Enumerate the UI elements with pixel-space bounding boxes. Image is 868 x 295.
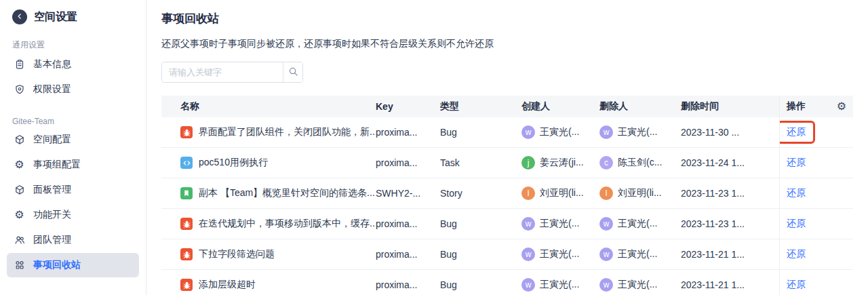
deleter: c 陈玉剑(c...	[599, 156, 681, 170]
gear-icon: ⚙︎	[837, 101, 846, 112]
clipboard-icon	[14, 59, 25, 71]
item-key: proxima...	[376, 218, 440, 229]
deleter-name: 王寅光(...	[618, 126, 657, 138]
creator-avatar: l	[521, 186, 535, 200]
bookmark-icon	[180, 187, 193, 199]
restore-button[interactable]: 还原	[787, 248, 806, 260]
creator: j 姜云涛(ji...	[521, 156, 599, 170]
table-row: 添加层级超时 proxima... Bug w 王寅光(... w 王寅光(..…	[161, 270, 853, 295]
sidebar-item-label: 面板管理	[33, 184, 71, 196]
sidebar-section-label: 通用设置	[7, 39, 139, 51]
sidebar-section: Gitee-Team 空间配置 ⚙︎ 事项组配置 面板管理 ⚙︎ 功能开关 团队…	[7, 117, 139, 277]
creator-avatar: w	[521, 217, 535, 231]
sidebar-item-事项组配置[interactable]: ⚙︎ 事项组配置	[7, 153, 139, 177]
creator: l 刘亚明(li...	[521, 186, 599, 200]
sidebar-section-label: Gitee-Team	[7, 117, 139, 126]
cube-icon	[14, 184, 25, 196]
recycle-bin-table: 名称 Key 类型 创建人 删除人 删除时间 操作 ⚙︎ 界面配置了团队组件，关…	[161, 96, 853, 295]
sidebar-item-label: 事项回收站	[33, 259, 81, 271]
deleter-avatar: w	[599, 248, 613, 261]
item-key: proxima...	[376, 249, 440, 260]
sidebar-item-事项回收站[interactable]: 事项回收站	[7, 253, 139, 277]
item-name[interactable]: 副本 【Team】概览里针对空间的筛选条...	[199, 187, 375, 199]
table-settings-button[interactable]: ⚙︎	[830, 101, 853, 112]
team-icon	[14, 235, 25, 246]
deleter: w 王寅光(...	[599, 248, 681, 261]
item-type: Bug	[440, 127, 521, 138]
table-row: 界面配置了团队组件，关闭团队功能，新... proxima... Bug w 王…	[161, 117, 853, 148]
item-name[interactable]: 在迭代规划中，事项移动到版本中，缓存...	[199, 218, 376, 230]
creator-name: 姜云涛(ji...	[540, 157, 584, 169]
bug-icon	[180, 218, 193, 230]
column-header-deleter: 删除人	[599, 100, 681, 113]
sidebar-header: 空间设置	[7, 9, 139, 24]
deleted-at: 2023-11-23 1...	[681, 218, 779, 229]
bug-icon	[180, 248, 193, 260]
deleted-at: 2023-11-21 1...	[681, 249, 779, 260]
sidebar-item-label: 功能开关	[33, 209, 71, 221]
column-header-name: 名称	[161, 100, 376, 113]
deleter-name: 刘亚明(li...	[618, 187, 662, 199]
sidebar-item-label: 空间配置	[33, 134, 71, 146]
shield-icon	[14, 84, 25, 96]
deleted-at: 2023-11-21 1...	[681, 279, 779, 290]
table-row: poc510用例执行 proxima... Task j 姜云涛(ji... c…	[161, 148, 853, 178]
keyword-search	[161, 62, 303, 83]
creator-avatar: w	[521, 278, 535, 292]
sidebar-item-基本信息[interactable]: 基本信息	[7, 52, 139, 77]
page-description: 还原父事项时子事项同步被还原，还原事项时如果不符合层级关系则不允许还原	[161, 38, 853, 50]
sidebar-item-label: 事项组配置	[33, 159, 81, 171]
item-key: SWHY2-...	[376, 188, 440, 199]
column-header-action: 操作	[779, 96, 830, 117]
back-button[interactable]	[12, 9, 27, 24]
item-name[interactable]: 界面配置了团队组件，关闭团队功能，新...	[199, 126, 376, 138]
recycle-bin-page: 事项回收站 还原父事项时子事项同步被还原，还原事项时如果不符合层级关系则不允许还…	[146, 0, 868, 295]
creator: w 王寅光(...	[521, 125, 599, 139]
deleter-name: 王寅光(...	[618, 248, 657, 260]
deleter-name: 王寅光(...	[618, 279, 657, 291]
sidebar-title: 空间设置	[34, 10, 77, 24]
deleter-avatar: w	[599, 217, 613, 231]
app-window: 空间设置 通用设置 基本信息 权限设置 Gitee-Team 空间配置 ⚙︎ 事…	[0, 0, 868, 295]
cube-icon	[14, 134, 25, 146]
search-input[interactable]	[162, 62, 283, 82]
creator-avatar: w	[521, 248, 535, 261]
sidebar-item-功能开关[interactable]: ⚙︎ 功能开关	[7, 203, 139, 227]
table-row: 下拉字段筛选问题 proxima... Bug w 王寅光(... w 王寅光(…	[161, 239, 853, 270]
gear-icon: ⚙︎	[14, 210, 25, 221]
item-type: Story	[440, 188, 521, 199]
sidebar-item-面板管理[interactable]: 面板管理	[7, 178, 139, 202]
restore-button[interactable]: 还原	[787, 279, 806, 291]
item-name[interactable]: 下拉字段筛选问题	[199, 248, 275, 260]
item-key: proxima...	[376, 279, 440, 290]
item-name[interactable]: 添加层级超时	[199, 279, 256, 291]
deleter: w 王寅光(...	[599, 217, 681, 231]
sidebar-item-label: 团队管理	[33, 234, 71, 246]
sidebar-item-团队管理[interactable]: 团队管理	[7, 228, 139, 252]
deleter-avatar: w	[599, 278, 613, 292]
deleter-avatar: w	[599, 125, 613, 139]
restore-button[interactable]: 还原	[779, 121, 815, 144]
restore-button[interactable]: 还原	[787, 187, 806, 199]
item-type: Bug	[440, 249, 521, 260]
search-icon	[288, 66, 298, 79]
deleter-avatar: c	[599, 156, 613, 170]
sidebar-item-label: 权限设置	[33, 83, 71, 96]
creator-avatar: w	[521, 125, 535, 139]
column-header-key: Key	[376, 101, 440, 112]
restore-button[interactable]: 还原	[787, 218, 806, 230]
deleter: l 刘亚明(li...	[599, 186, 681, 200]
search-button[interactable]	[283, 62, 302, 82]
item-type: Bug	[440, 279, 521, 290]
sidebar-item-权限设置[interactable]: 权限设置	[7, 77, 139, 102]
creator: w 王寅光(...	[521, 217, 599, 231]
sidebar-section: 通用设置 基本信息 权限设置	[7, 39, 139, 102]
table-row: 在迭代规划中，事项移动到版本中，缓存... proxima... Bug w 王…	[161, 209, 853, 239]
gear-icon: ⚙︎	[14, 159, 25, 171]
creator-name: 王寅光(...	[540, 218, 579, 230]
restore-button[interactable]: 还原	[787, 157, 806, 169]
deleter-name: 王寅光(...	[618, 218, 657, 230]
sidebar-item-空间配置[interactable]: 空间配置	[7, 127, 139, 152]
item-name[interactable]: poc510用例执行	[199, 157, 268, 169]
table-header-row: 名称 Key 类型 创建人 删除人 删除时间 操作 ⚙︎	[161, 96, 853, 117]
